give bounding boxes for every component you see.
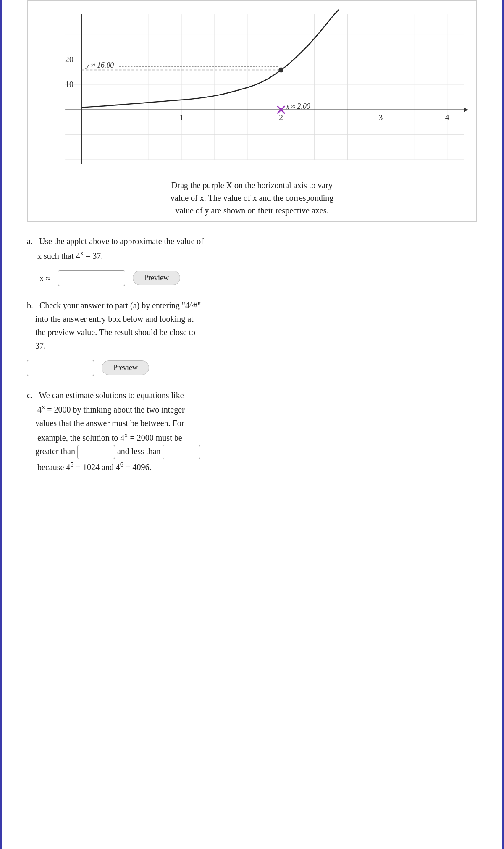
question-b-text2: into the answer entry box below and look…	[35, 314, 194, 323]
question-c-upper-bound-input[interactable]	[163, 445, 200, 459]
question-b-text: b. Check your answer to part (a) by ente…	[27, 299, 477, 352]
question-c-greater-than: greater than	[35, 447, 75, 456]
curve-point	[278, 68, 284, 73]
question-c-text: c. We can estimate solutions to equation…	[27, 389, 477, 474]
y-label-10: 10	[65, 79, 74, 89]
question-c-text2-block: 4x = 2000 by thinking about the two inte…	[35, 405, 185, 414]
x-approx-label-a: x ≈	[39, 271, 50, 285]
question-c: c. We can estimate solutions to equation…	[27, 389, 477, 474]
question-b-text4: 37.	[35, 341, 46, 350]
question-c-label: c.	[27, 391, 33, 400]
x-label-3: 3	[379, 113, 383, 122]
question-b: b. Check your answer to part (a) by ente…	[27, 299, 477, 376]
question-a-input-row: x ≈ Preview	[39, 270, 477, 286]
question-b-text3: the preview value. The result should be …	[35, 328, 195, 337]
question-b-label: b.	[27, 301, 33, 310]
x-label-1: 1	[179, 113, 184, 122]
question-b-input[interactable]	[27, 360, 94, 376]
desc-line3: value of y are shown on their respective…	[176, 206, 329, 215]
question-c-lower-bound-input[interactable]	[77, 445, 115, 459]
question-a: a. Use the applet above to approximate t…	[27, 234, 477, 286]
question-a-text1: Use the applet above to approximate the …	[39, 237, 204, 246]
question-c-text3: values that the answer must be between. …	[35, 418, 184, 428]
question-a-text2: x such that 4x = 37.	[35, 251, 103, 260]
x-label-2: 2	[279, 113, 283, 122]
x-label-4: 4	[445, 113, 449, 122]
question-b-input-row: Preview	[27, 360, 477, 376]
desc-line1: Drag the purple X on the horizontal axis…	[171, 181, 333, 190]
question-c-because: because 45 = 1024 and 46 = 4096.	[35, 463, 151, 472]
graph-description: Drag the purple X on the horizontal axis…	[32, 179, 472, 217]
y-label-20: 20	[65, 55, 74, 64]
question-a-input[interactable]	[58, 270, 125, 286]
question-a-text: a. Use the applet above to approximate t…	[27, 234, 477, 263]
svg-marker-20	[464, 108, 468, 113]
curve-4x	[82, 9, 339, 107]
question-b-text1: Check your answer to part (a) by enterin…	[39, 301, 201, 310]
graph-container: 20 10 1 2 3 4	[27, 0, 477, 222]
question-b-preview-button[interactable]: Preview	[102, 360, 149, 375]
question-c-and-less-than: and less than	[117, 447, 160, 456]
graph-svg-element: 20 10 1 2 3 4	[32, 5, 472, 173]
desc-line2: value of x. The value of x and the corre…	[171, 193, 333, 202]
y-approx-label: y ≈ 16.00	[85, 61, 114, 69]
graph-svg: 20 10 1 2 3 4	[32, 5, 472, 175]
question-a-preview-button[interactable]: Preview	[133, 271, 180, 285]
question-c-text1: We can estimate solutions to equations l…	[39, 391, 184, 400]
question-a-label: a.	[27, 237, 33, 246]
x-approx-label: x ≈ 2.00	[286, 102, 310, 110]
question-c-text4-block: example, the solution to 4x = 2000 must …	[35, 433, 182, 442]
